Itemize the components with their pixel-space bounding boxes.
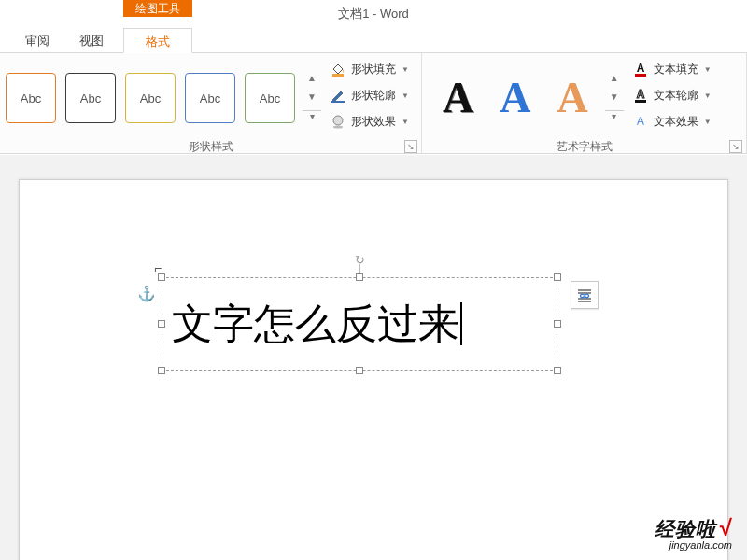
shape-format-menu: 形状填充 ▼ 形状轮廓 ▼ 形状效果 ▼ xyxy=(323,53,415,137)
chevron-down-icon: ▼ xyxy=(704,118,712,126)
chevron-down-icon: ▼ xyxy=(402,65,409,74)
textbox-text: 文字怎么反过来 xyxy=(172,297,459,352)
layout-options-icon xyxy=(575,286,594,304)
shape-style-option[interactable]: Abc xyxy=(185,73,235,123)
wordart-option[interactable]: A xyxy=(500,77,530,119)
shape-effects-button[interactable]: 形状效果 ▼ xyxy=(329,109,409,133)
chevron-down-icon: ▼ xyxy=(704,65,712,74)
textbox-selection[interactable]: ⌐ ⚓ ↻ 文字怎么反过来 xyxy=(162,277,557,371)
page[interactable]: ⌐ ⚓ ↻ 文字怎么反过来 xyxy=(19,179,728,560)
svg-rect-1 xyxy=(331,101,345,103)
shape-fill-label: 形状填充 xyxy=(351,62,396,77)
layout-options-button[interactable] xyxy=(571,281,599,309)
text-effects-icon: A xyxy=(631,112,650,131)
effects-icon xyxy=(329,112,347,131)
bucket-icon xyxy=(329,60,347,78)
text-outline-icon: A xyxy=(631,86,650,105)
shape-style-option[interactable]: Abc xyxy=(65,73,116,123)
textbox-content[interactable]: 文字怎么反过来 xyxy=(162,278,557,370)
check-icon: √ xyxy=(720,515,732,540)
watermark-main: 经验啦 xyxy=(655,518,716,539)
ribbon: Abc Abc Abc Abc Abc ▲ ▼ ▾ 形状填充 ▼ xyxy=(0,53,747,154)
svg-rect-7 xyxy=(635,100,646,103)
wordart-gallery[interactable]: A A A xyxy=(422,71,605,119)
wordart-gallery-scroll[interactable]: ▲ ▼ ▾ xyxy=(605,59,624,137)
rotate-handle[interactable]: ↻ xyxy=(351,251,368,268)
shape-fill-button[interactable]: 形状填充 ▼ xyxy=(329,57,409,81)
text-effects-label: 文本效果 xyxy=(654,114,698,130)
window-title: 文档1 - Word xyxy=(0,6,747,22)
text-fill-label: 文本填充 xyxy=(654,62,698,77)
text-fill-button[interactable]: A 文本填充 ▼ xyxy=(631,57,712,81)
wordart-option[interactable]: A xyxy=(443,77,473,119)
document-area: ⌐ ⚓ ↻ 文字怎么反过来 xyxy=(0,155,747,560)
chevron-down-icon: ▼ xyxy=(704,91,712,100)
dialog-launcher-icon[interactable] xyxy=(729,140,742,153)
shape-outline-label: 形状轮廓 xyxy=(351,88,396,104)
svg-rect-0 xyxy=(332,74,344,77)
text-outline-label: 文本轮廓 xyxy=(654,88,698,104)
shape-style-gallery[interactable]: Abc Abc Abc Abc Abc xyxy=(0,67,303,123)
tab-format[interactable]: 格式 xyxy=(123,28,192,53)
group-label-wordart-styles: 艺术字样式 xyxy=(422,137,746,156)
shape-style-option[interactable]: Abc xyxy=(6,73,56,123)
pen-icon xyxy=(329,86,347,105)
text-outline-button[interactable]: A 文本轮廓 ▼ xyxy=(631,83,712,107)
ribbon-tabs: 审阅 视图 格式 xyxy=(0,28,747,53)
wordart-option[interactable]: A xyxy=(557,77,587,119)
anchor-icon: ⚓ xyxy=(137,285,156,302)
svg-text:A: A xyxy=(636,114,645,128)
group-shape-styles: Abc Abc Abc Abc Abc ▲ ▼ ▾ 形状填充 ▼ xyxy=(0,53,422,153)
shape-style-option[interactable]: Abc xyxy=(245,73,295,123)
svg-point-3 xyxy=(333,126,343,129)
text-cursor xyxy=(460,302,462,345)
scroll-up-icon[interactable]: ▲ xyxy=(303,73,321,86)
text-effects-button[interactable]: A 文本效果 ▼ xyxy=(631,109,712,133)
svg-text:A: A xyxy=(636,62,644,75)
gallery-expand-icon[interactable]: ▾ xyxy=(605,110,624,123)
text-format-menu: A 文本填充 ▼ A 文本轮廓 ▼ A 文本效果 xyxy=(626,53,717,137)
group-label-shape-styles: 形状样式 xyxy=(0,137,421,156)
svg-point-2 xyxy=(333,116,343,125)
scroll-down-icon[interactable]: ▼ xyxy=(605,91,624,105)
text-fill-icon: A xyxy=(631,60,650,78)
title-bar: 绘图工具 文档1 - Word xyxy=(0,0,747,28)
dialog-launcher-icon[interactable] xyxy=(404,140,417,153)
group-wordart-styles: A A A ▲ ▼ ▾ A 文本填充 ▼ A xyxy=(422,53,747,153)
svg-text:A: A xyxy=(636,88,644,101)
watermark: 经验啦√ jingyanla.com xyxy=(655,515,732,551)
shape-outline-button[interactable]: 形状轮廓 ▼ xyxy=(329,83,409,107)
svg-rect-5 xyxy=(635,74,646,77)
chevron-down-icon: ▼ xyxy=(402,118,409,126)
scroll-up-icon[interactable]: ▲ xyxy=(605,73,624,86)
scroll-down-icon[interactable]: ▼ xyxy=(303,91,321,105)
chevron-down-icon: ▼ xyxy=(402,91,409,100)
shape-effects-label: 形状效果 xyxy=(351,114,396,130)
tab-review[interactable]: 审阅 xyxy=(17,28,58,53)
shape-style-option[interactable]: Abc xyxy=(125,73,176,123)
gallery-expand-icon[interactable]: ▾ xyxy=(303,110,321,123)
gallery-scroll[interactable]: ▲ ▼ ▾ xyxy=(303,59,321,137)
tab-view[interactable]: 视图 xyxy=(71,28,112,53)
